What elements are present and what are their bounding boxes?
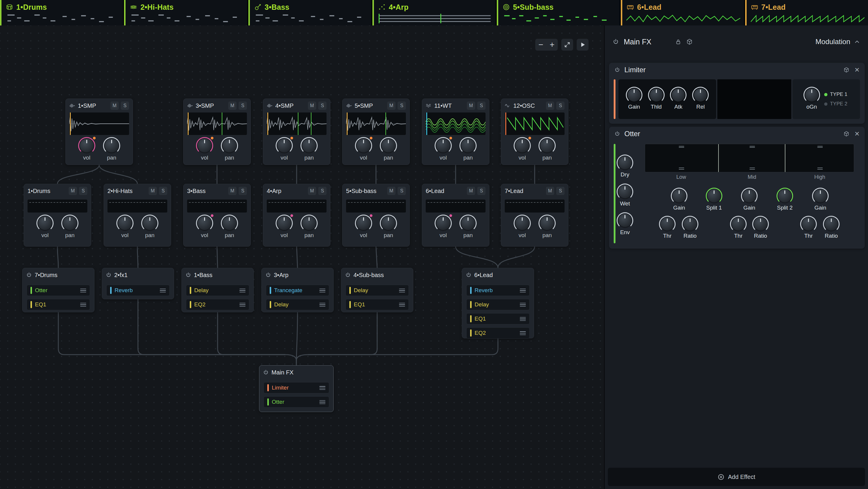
solo-button[interactable]: S: [398, 187, 406, 195]
solo-button[interactable]: S: [556, 187, 564, 195]
drag-handle-icon[interactable]: [399, 288, 405, 293]
generator-node-5smp[interactable]: 5•SMP M S vol pan: [342, 98, 410, 165]
generator-node-1smp[interactable]: 1•SMP M S vol pan: [65, 98, 133, 165]
tab-lead-7[interactable]: 7•Lead: [745, 0, 868, 26]
band-split-handle[interactable]: [785, 144, 785, 172]
channel-node-lead7[interactable]: 7•Lead M S vol pan: [501, 184, 568, 247]
output-gain-knob[interactable]: [805, 89, 818, 101]
effect-slot[interactable]: EQ1: [466, 313, 530, 325]
effect-slot[interactable]: Delay: [186, 285, 249, 296]
band-drag-handle-icon[interactable]: [679, 167, 684, 170]
type2-option[interactable]: TYPE 2: [824, 101, 847, 107]
close-icon[interactable]: ×: [855, 130, 860, 138]
solo-button[interactable]: S: [556, 101, 564, 110]
wet-knob[interactable]: [618, 185, 631, 198]
mute-button[interactable]: M: [111, 101, 119, 110]
type1-option[interactable]: TYPE 1: [824, 91, 847, 97]
drag-handle-icon[interactable]: [80, 303, 86, 307]
power-icon[interactable]: [613, 38, 619, 45]
volume-knob[interactable]: [277, 216, 291, 230]
band-drag-handle-icon[interactable]: [817, 146, 823, 149]
drag-handle-icon[interactable]: [240, 303, 245, 307]
gain-knob[interactable]: [673, 189, 686, 203]
gain-knob[interactable]: [743, 189, 756, 203]
channel-node-arp[interactable]: 4•Arp M S vol pan: [263, 184, 330, 247]
fx-chain-node-lead[interactable]: 6•Lead Reverb Delay EQ1 EQ2: [462, 268, 534, 338]
drag-handle-icon[interactable]: [319, 288, 326, 293]
tab-bass[interactable]: 3•Bass: [248, 0, 371, 26]
mute-button[interactable]: M: [546, 187, 554, 195]
pan-knob[interactable]: [461, 216, 475, 230]
pan-knob[interactable]: [223, 216, 236, 230]
volume-knob[interactable]: [277, 139, 291, 152]
pan-knob[interactable]: [302, 139, 316, 152]
volume-knob[interactable]: [436, 139, 450, 152]
ratio-knob[interactable]: [754, 218, 767, 231]
pan-knob[interactable]: [461, 139, 475, 152]
ratio-knob[interactable]: [825, 218, 838, 231]
tab-arp[interactable]: 4•Arp: [372, 0, 495, 26]
fit-view-button[interactable]: [561, 39, 573, 51]
release-knob[interactable]: [694, 89, 707, 101]
zoom-out-button[interactable]: −: [535, 39, 547, 51]
volume-knob[interactable]: [118, 216, 132, 230]
band-drag-handle-icon[interactable]: [750, 146, 755, 149]
fx-chain-node-subbass[interactable]: 4•Sub-bass Delay EQ1: [341, 268, 413, 312]
generator-node-4smp[interactable]: 4•SMP M S vol pan: [263, 98, 330, 165]
solo-button[interactable]: S: [398, 101, 406, 110]
effect-slot[interactable]: Otter: [264, 396, 329, 407]
modulation-toggle[interactable]: Modulation: [815, 38, 860, 46]
pan-knob[interactable]: [143, 216, 157, 230]
volume-knob[interactable]: [357, 139, 370, 152]
gain-knob[interactable]: [628, 89, 641, 101]
power-icon[interactable]: [263, 369, 269, 375]
volume-knob[interactable]: [516, 139, 529, 152]
power-icon[interactable]: [265, 272, 271, 278]
mute-button[interactable]: M: [308, 187, 316, 195]
threshold-knob[interactable]: [650, 89, 663, 101]
solo-button[interactable]: S: [318, 101, 327, 110]
channel-node-lead6[interactable]: 6•Lead M S vol pan: [422, 184, 489, 247]
band-split-handle[interactable]: [718, 144, 719, 172]
drag-handle-icon[interactable]: [80, 288, 86, 293]
generator-node-3smp[interactable]: 3•SMP M S vol pan: [183, 98, 251, 165]
gain-knob[interactable]: [814, 189, 827, 203]
mute-button[interactable]: M: [228, 187, 237, 195]
mute-button[interactable]: M: [387, 187, 396, 195]
tab-subbass[interactable]: 5•Sub-bass: [497, 0, 620, 26]
cube-icon[interactable]: [843, 67, 849, 73]
ratio-knob[interactable]: [684, 218, 696, 231]
power-icon[interactable]: [185, 272, 191, 278]
effect-slot[interactable]: Reverb: [466, 285, 530, 296]
split2-knob[interactable]: [778, 189, 791, 203]
effect-slot[interactable]: EQ2: [186, 299, 249, 310]
effect-slot[interactable]: Delay: [266, 299, 329, 310]
drag-handle-icon[interactable]: [319, 400, 326, 404]
pan-knob[interactable]: [302, 216, 316, 230]
volume-knob[interactable]: [80, 139, 94, 152]
cube-icon[interactable]: [686, 38, 693, 45]
waveform-display[interactable]: [69, 113, 129, 135]
volume-knob[interactable]: [38, 216, 52, 230]
effect-slot[interactable]: Reverb: [106, 285, 169, 296]
waveform-display[interactable]: [187, 113, 247, 135]
drag-handle-icon[interactable]: [399, 303, 405, 307]
generator-node-11wt[interactable]: 11•WT M S vol pan: [422, 98, 489, 165]
solo-button[interactable]: S: [239, 187, 247, 195]
pan-knob[interactable]: [381, 216, 395, 230]
close-icon[interactable]: ×: [855, 66, 860, 74]
pan-knob[interactable]: [105, 139, 118, 152]
waveform-display[interactable]: [346, 113, 406, 135]
pan-knob[interactable]: [381, 139, 395, 152]
split1-knob[interactable]: [708, 189, 720, 203]
volume-knob[interactable]: [198, 216, 211, 230]
effect-slot[interactable]: Delay: [466, 299, 530, 310]
threshold-knob[interactable]: [661, 218, 674, 231]
mute-button[interactable]: M: [467, 187, 475, 195]
effect-slot[interactable]: Limiter: [264, 382, 329, 393]
threshold-knob[interactable]: [802, 218, 815, 231]
effect-slot[interactable]: Trancegate: [266, 285, 329, 296]
zoom-in-button[interactable]: +: [547, 39, 558, 51]
power-icon[interactable]: [26, 272, 32, 278]
waveform-display[interactable]: [267, 113, 327, 135]
